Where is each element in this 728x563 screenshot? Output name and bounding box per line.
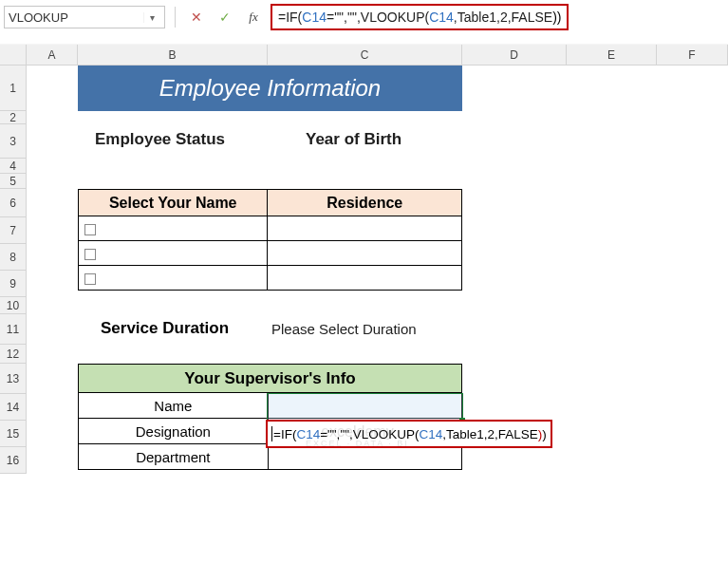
row-header-10[interactable]: 10 [0, 297, 27, 314]
formula-cellref: C14 [419, 427, 442, 441]
supervisor-header: Your Supervisor's Info [79, 365, 462, 393]
row-header-12[interactable]: 12 [0, 345, 27, 364]
formula-text: ="","",VLOOKUP( [320, 427, 419, 441]
separator [175, 7, 176, 28]
column-header-C[interactable]: C [268, 45, 462, 66]
service-duration-label: Service Duration [101, 319, 229, 338]
column-header-A[interactable]: A [27, 45, 78, 66]
row-header-col: 12345678910111213141516 [0, 66, 27, 474]
table1-residence-cell[interactable] [268, 266, 462, 291]
row-header-16[interactable]: 16 [0, 447, 27, 474]
checkbox-icon[interactable] [84, 273, 96, 285]
supervisor-name-row-label: Name [79, 393, 269, 419]
formula-cellref: C14 [302, 9, 327, 25]
supervisor-info-table: Your Supervisor's InfoNameDesignationDep… [78, 364, 462, 470]
enter-button[interactable]: ✓ [214, 6, 236, 28]
supervisor-designation-row-label: Designation [79, 419, 269, 444]
formula-text: ="","",VLOOKUP( [327, 9, 429, 25]
row-header-14[interactable]: 14 [0, 394, 27, 421]
table1-name-cell[interactable] [79, 216, 268, 241]
row-header-13[interactable]: 13 [0, 364, 27, 394]
formula-text: =IF( [278, 9, 302, 25]
row-header-7[interactable]: 7 [0, 217, 27, 244]
table1-residence-cell[interactable] [268, 241, 462, 266]
column-header-E[interactable]: E [567, 45, 657, 66]
row-header-15[interactable]: 15 [0, 421, 27, 447]
inline-formula-editor[interactable]: =IF(C14="","",VLOOKUP(C14,Table1,2,FALSE… [266, 420, 552, 448]
table1-header-name: Select Your Name [79, 190, 268, 216]
table1-name-cell[interactable] [79, 241, 268, 266]
formula-text: =IF( [273, 427, 296, 441]
insert-function-button[interactable]: fx [242, 6, 265, 28]
table1-residence-cell[interactable] [268, 216, 462, 241]
select-duration-text[interactable]: Please Select Duration [271, 321, 417, 337]
checkbox-icon[interactable] [84, 249, 96, 260]
formula-cellref: C14 [429, 9, 454, 25]
formula-cellref: C14 [296, 427, 320, 441]
column-header-row: ABCDEF [0, 45, 728, 66]
select-all-cell[interactable] [0, 45, 27, 66]
formula-text: ,Table1,2,FALSE [442, 427, 538, 441]
checkbox-icon[interactable] [84, 224, 96, 235]
row-header-3[interactable]: 3 [0, 124, 27, 159]
name-residence-table: Select Your NameResidence [78, 189, 462, 291]
formula-text: ,Table1,2,FALSE [454, 9, 552, 25]
row-header-2[interactable]: 2 [0, 111, 27, 124]
name-box-value: VLOOKUP [9, 10, 143, 25]
supervisor-department-row-label: Department [79, 444, 269, 470]
row-header-4[interactable]: 4 [0, 159, 27, 174]
table1-header-residence: Residence [268, 190, 462, 216]
row-header-6[interactable]: 6 [0, 189, 27, 217]
cancel-button[interactable]: ✕ [185, 6, 208, 28]
supervisor-name-row-value[interactable] [268, 393, 461, 419]
table1-name-cell[interactable] [79, 266, 268, 291]
name-box[interactable]: VLOOKUP ▾ [4, 6, 165, 28]
row-header-9[interactable]: 9 [0, 271, 27, 297]
column-header-F[interactable]: F [657, 45, 728, 66]
row-header-8[interactable]: 8 [0, 244, 27, 271]
year-of-birth-label: Year of Birth [306, 130, 401, 149]
row-header-11[interactable]: 11 [0, 314, 27, 345]
row-header-5[interactable]: 5 [0, 174, 27, 189]
formula-paren: ) [557, 9, 562, 25]
formula-bar-area: VLOOKUP ▾ ✕ ✓ fx =IF(C14="","",VLOOKUP(C… [0, 0, 728, 45]
column-header-D[interactable]: D [462, 45, 567, 66]
name-box-dropdown[interactable]: ▾ [143, 12, 160, 23]
spreadsheet-grid: ABCDEF 12345678910111213141516 Employee … [0, 45, 728, 66]
formula-bar-input[interactable]: =IF(C14="","",VLOOKUP(C14,Table1,2,FALSE… [271, 4, 569, 30]
employee-status-label: Employee Status [95, 130, 225, 149]
formula-paren: ) [542, 427, 547, 441]
title-banner: Employee Information [78, 66, 462, 111]
row-header-1[interactable]: 1 [0, 66, 27, 111]
column-header-B[interactable]: B [78, 45, 268, 66]
